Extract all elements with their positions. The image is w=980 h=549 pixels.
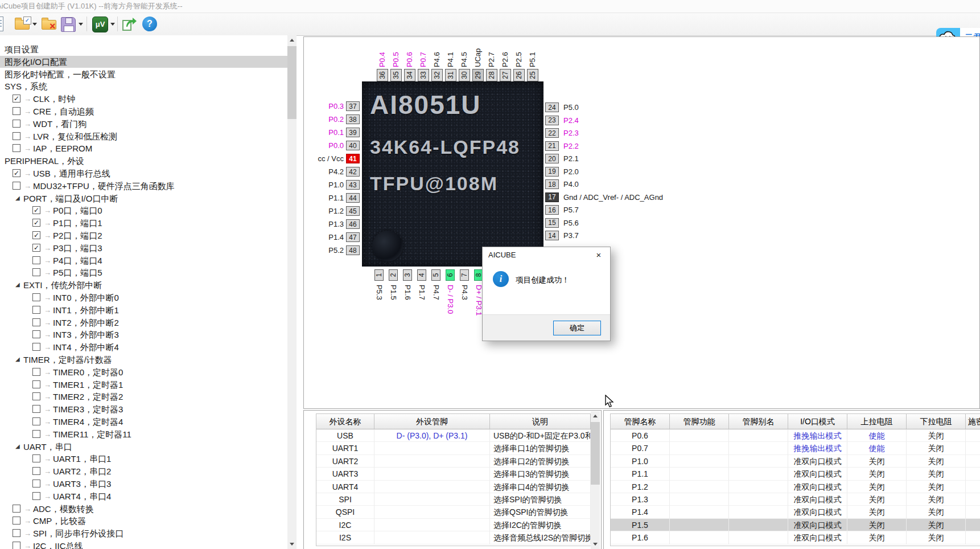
tree-item[interactable]: PERIPHERAL，外设 [0,155,287,167]
checkbox[interactable] [32,306,40,314]
pin-31[interactable]: 31 [445,69,456,81]
checkbox[interactable] [32,330,40,338]
table-cell[interactable]: 选择串口4的管脚切换 [490,481,591,493]
table-cell[interactable]: P1.5 [611,519,670,531]
table-cell[interactable] [374,481,490,493]
table-cell[interactable]: UART4 [316,481,374,493]
goto-arrow-icon[interactable]: → [44,230,51,241]
column-header[interactable]: 上拉电阻 [847,414,907,429]
pin-25[interactable]: 25 [527,69,538,81]
goto-arrow-icon[interactable]: → [24,142,31,154]
table-cell[interactable]: 关闭 [847,506,907,518]
table-cell[interactable]: 关闭 [907,506,966,518]
pin-23[interactable]: 23 [545,116,559,125]
table-cell[interactable]: 关闭 [847,455,907,468]
scroll-down-icon[interactable] [591,539,600,549]
tree-item[interactable]: ✓→P1口，端口1 [0,217,287,229]
table-cell[interactable]: USB的D-和D+固定在P3.0和P... [490,429,591,442]
checkbox[interactable] [13,182,20,190]
tree-item[interactable]: →INT2，外部中断2 [0,317,287,329]
checkbox[interactable]: ✓ [32,219,40,227]
table-cell[interactable]: P1.6 [611,531,670,544]
tree-item[interactable]: →UART1，串口1 [0,453,287,465]
checkbox[interactable] [13,120,20,128]
scroll-up-icon[interactable] [287,35,297,45]
checkbox[interactable] [32,343,40,351]
column-header[interactable]: 管脚功能 [670,414,729,429]
table-cell[interactable] [729,531,788,544]
tree-item[interactable]: →UART3，串口3 [0,478,287,490]
table-cell[interactable] [374,442,490,454]
tree-item[interactable]: →ADC，模数转换 [0,503,287,515]
goto-arrow-icon[interactable]: → [44,490,51,502]
goto-arrow-icon[interactable]: → [44,366,51,378]
pin-6[interactable]: 6 [446,269,455,281]
table-cell[interactable] [729,429,788,442]
column-header[interactable]: 说明 [490,414,591,429]
table-cell[interactable]: 关闭 [907,429,966,442]
tree-item[interactable]: →TIMER2，定时器2 [0,391,287,403]
table-cell[interactable] [670,493,729,506]
goto-arrow-icon[interactable]: → [24,540,31,549]
table-cell[interactable] [966,481,980,493]
table-cell[interactable]: P0.6 [611,429,670,442]
pin-17[interactable]: 17 [545,192,559,202]
tree-item[interactable]: →MDU32+TFPU，硬件浮点三角函数库 [0,180,287,192]
table-cell[interactable]: 关闭 [907,468,966,480]
tree-item[interactable]: 图形化时钟配置，一般不设置 [0,68,287,80]
goto-arrow-icon[interactable]: → [44,465,51,477]
table-cell[interactable] [729,493,788,506]
close-project-folder-icon[interactable]: × [41,15,58,32]
table-cell[interactable] [670,455,729,468]
save-icon[interactable] [59,15,76,32]
column-header[interactable]: 下拉电阻 [907,414,966,429]
checkbox[interactable]: ✓ [32,206,40,214]
table-cell[interactable]: 推挽输出模式 [788,442,847,454]
tree-item[interactable]: →TIMER0，定时器0 [0,366,287,378]
table-cell[interactable] [729,442,788,454]
tree-item[interactable]: →INT4，外部中断4 [0,341,287,353]
checkbox[interactable]: ✓ [13,169,20,177]
checkbox[interactable] [13,107,20,115]
goto-arrow-icon[interactable]: → [24,515,31,527]
table-cell[interactable]: P1.3 [611,493,670,506]
checkbox[interactable] [32,417,40,425]
open-dropdown-icon[interactable] [32,23,37,26]
table-cell[interactable] [966,531,980,544]
table-cell[interactable] [670,506,729,518]
table-cell[interactable]: 关闭 [847,531,907,544]
goto-arrow-icon[interactable]: → [24,130,31,142]
keil-icon[interactable]: μV [91,15,108,32]
tree-item[interactable]: →TIMER11，定时器11 [0,428,287,440]
pin-43[interactable]: 43 [346,180,360,190]
tree-item[interactable]: 图形化I/O口配置 [0,56,287,68]
goto-arrow-icon[interactable]: → [44,217,51,229]
checkbox[interactable] [13,144,20,152]
tree-scrollbar[interactable] [287,35,297,549]
table-cell[interactable] [670,429,729,442]
pin-18[interactable]: 18 [545,179,559,189]
ok-button[interactable]: 确定 [553,321,601,335]
checkbox[interactable]: ✓ [13,95,20,103]
table-cell[interactable] [374,506,490,518]
keil-dropdown-icon[interactable] [110,23,115,26]
pin-42[interactable]: 42 [346,167,360,177]
tree-item[interactable]: →INT1，外部中断1 [0,304,287,316]
tree-item[interactable]: →P4口，端口4 [0,255,287,267]
pin-3[interactable]: 3 [403,269,412,281]
table-cell[interactable] [374,455,490,468]
goto-arrow-icon[interactable]: → [44,416,51,428]
pin-32[interactable]: 32 [431,69,443,81]
table-cell[interactable]: UART2 [316,455,374,468]
tree-item[interactable]: →P5口，端口5 [0,267,287,278]
tree-item[interactable]: →CMP，比较器 [0,515,287,527]
goto-arrow-icon[interactable]: → [44,428,51,440]
table-cell[interactable]: 选择串口2的管脚切换 [490,455,591,468]
checkbox[interactable]: ✓ [32,244,40,252]
checkbox[interactable] [13,505,20,513]
goto-arrow-icon[interactable]: → [44,292,51,304]
pin-33[interactable]: 33 [418,69,429,81]
pin-30[interactable]: 30 [459,69,470,81]
pin-46[interactable]: 46 [346,219,360,229]
tree-item[interactable]: ◢EXTI，传统外部中断 [0,279,287,291]
